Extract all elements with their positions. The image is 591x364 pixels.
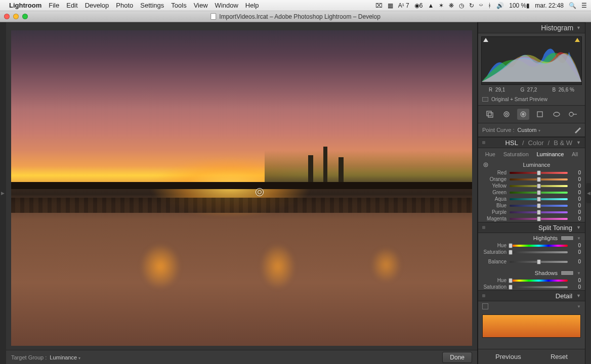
finder-status-icon[interactable]: ▦ bbox=[388, 2, 393, 9]
hsl-aqua-value[interactable]: 0 bbox=[571, 196, 581, 202]
wifi-icon[interactable]: ⌔ bbox=[479, 2, 483, 9]
menu-photo[interactable]: Photo bbox=[116, 2, 133, 9]
tab-saturation[interactable]: Saturation bbox=[501, 150, 531, 158]
histogram[interactable] bbox=[481, 36, 582, 85]
edit-point-curve-icon[interactable] bbox=[574, 126, 581, 133]
balance-slider[interactable] bbox=[510, 261, 568, 263]
targeted-adjustment-tool-icon[interactable] bbox=[482, 161, 489, 168]
spotlight-icon[interactable]: 🔍 bbox=[569, 2, 576, 9]
highlights-swatch[interactable] bbox=[561, 236, 574, 241]
target-group-value[interactable]: Luminance▾ bbox=[50, 354, 80, 360]
graduated-filter-tool[interactable] bbox=[534, 109, 546, 120]
shadows-swatch[interactable] bbox=[561, 270, 574, 276]
hsl-purple-value[interactable]: 0 bbox=[571, 209, 581, 215]
sh-sat-slider[interactable] bbox=[510, 286, 568, 288]
menu-tools[interactable]: Tools bbox=[171, 2, 186, 9]
minimize-button[interactable] bbox=[13, 14, 19, 19]
clock-text[interactable]: mar. 22:48 bbox=[535, 2, 564, 9]
menu-window[interactable]: Window bbox=[215, 2, 238, 9]
hsl-panel-header[interactable]: HSL / Color / B & W ▼ bbox=[478, 137, 585, 148]
chevron-down-icon[interactable]: ▼ bbox=[577, 271, 581, 276]
chevron-down-icon[interactable]: ▼ bbox=[577, 304, 581, 309]
menu-help[interactable]: Help bbox=[245, 2, 259, 9]
crop-tool[interactable] bbox=[484, 109, 496, 120]
spot-removal-tool[interactable] bbox=[500, 109, 513, 120]
zoom-button[interactable] bbox=[22, 14, 28, 19]
detail-header[interactable]: Detail ▼ bbox=[478, 290, 585, 301]
hsl-yellow-slider[interactable] bbox=[510, 185, 568, 187]
hsl-aqua-slider[interactable] bbox=[510, 198, 568, 200]
hsl-orange-value[interactable]: 0 bbox=[571, 176, 581, 182]
menu-file[interactable]: File bbox=[49, 2, 59, 9]
hsl-aqua-label: Aqua bbox=[482, 196, 506, 202]
menu-view[interactable]: View bbox=[194, 2, 208, 9]
right-panel-toggle[interactable]: ◀ bbox=[586, 183, 591, 203]
hsl-blue-slider[interactable] bbox=[510, 205, 568, 207]
adjustment-brush-tool[interactable] bbox=[567, 109, 579, 120]
hsl-green-slider[interactable] bbox=[510, 192, 568, 194]
hi-hue-value[interactable]: 0 bbox=[571, 243, 581, 248]
histogram-header[interactable]: Histogram▼ bbox=[478, 22, 585, 33]
target-adjustment-cursor[interactable] bbox=[256, 188, 264, 196]
battery-status[interactable]: 100 % ▮ bbox=[509, 2, 530, 9]
hsl-red-value[interactable]: 0 bbox=[571, 170, 581, 175]
sh-hue-label: Hue bbox=[482, 278, 506, 283]
app-menu[interactable]: Lightroom bbox=[9, 2, 41, 9]
menu-develop[interactable]: Develop bbox=[85, 2, 109, 9]
screen-icon[interactable]: ⌧ bbox=[375, 2, 383, 9]
sh-hue-slider[interactable] bbox=[510, 280, 568, 282]
shadows-label: Shadows bbox=[482, 270, 558, 276]
hsl-green-value[interactable]: 0 bbox=[571, 190, 581, 195]
tab-hue[interactable]: Hue bbox=[483, 150, 497, 158]
hsl-red-slider[interactable] bbox=[510, 172, 568, 174]
menu-edit[interactable]: Edit bbox=[66, 2, 77, 9]
preview-mode-label: Original + Smart Preview bbox=[491, 97, 547, 102]
left-panel-toggle[interactable]: ▶ bbox=[0, 183, 5, 203]
notification-center-icon[interactable]: ☰ bbox=[581, 2, 587, 9]
detail-zoom-area-icon[interactable] bbox=[482, 303, 488, 309]
sync-icon[interactable]: ✶ bbox=[439, 2, 444, 9]
previous-button[interactable]: Previous bbox=[495, 353, 521, 360]
hi-sat-value[interactable]: 0 bbox=[571, 249, 581, 255]
hsl-yellow-value[interactable]: 0 bbox=[571, 183, 581, 189]
hsl-orange-slider[interactable] bbox=[510, 178, 568, 180]
hsl-mode-hsl[interactable]: HSL bbox=[505, 139, 518, 147]
radial-filter-tool[interactable] bbox=[551, 109, 563, 120]
redeye-tool[interactable] bbox=[517, 109, 529, 120]
balance-value[interactable]: 0 bbox=[571, 259, 581, 264]
sh-hue-value[interactable]: 0 bbox=[571, 278, 581, 283]
clock-icon[interactable]: ◷ bbox=[459, 2, 464, 9]
status-badge-1[interactable]: A¹ 7 bbox=[398, 2, 409, 9]
hsl-magenta-slider[interactable] bbox=[510, 218, 568, 220]
hsl-mode-bw[interactable]: B & W bbox=[554, 139, 572, 147]
window-titlebar: ImportVideos.lrcat – Adobe Photoshop Lig… bbox=[0, 11, 591, 22]
status-badge-2[interactable]: ◉ 6 bbox=[414, 2, 423, 9]
hsl-mode-color[interactable]: Color bbox=[528, 139, 544, 147]
chevron-down-icon[interactable]: ▼ bbox=[577, 236, 581, 241]
split-toning-header[interactable]: Split Toning ▼ bbox=[478, 222, 585, 233]
bluetooth-icon[interactable]: ᚼ bbox=[488, 2, 491, 9]
svg-rect-6 bbox=[537, 112, 542, 117]
done-button[interactable]: Done bbox=[442, 352, 472, 363]
tab-luminance[interactable]: Luminance bbox=[534, 150, 566, 158]
cloud-icon[interactable]: ▲ bbox=[428, 2, 434, 9]
svg-point-10 bbox=[485, 164, 487, 166]
tab-all[interactable]: All bbox=[570, 150, 580, 158]
reset-button[interactable]: Reset bbox=[551, 353, 568, 360]
hsl-purple-slider[interactable] bbox=[510, 211, 568, 213]
evernote-icon[interactable]: ❋ bbox=[449, 2, 454, 9]
hi-sat-slider[interactable] bbox=[510, 251, 568, 253]
develop-right-panel: Histogram▼ R 29,1 G 27,2 B 26,6 % Origin… bbox=[478, 22, 585, 364]
volume-icon[interactable]: 🔊 bbox=[496, 2, 504, 9]
hi-hue-slider[interactable] bbox=[510, 245, 568, 247]
point-curve-value[interactable]: Custom ▾ bbox=[518, 127, 540, 133]
hsl-magenta-value[interactable]: 0 bbox=[571, 216, 581, 221]
timemachine-icon[interactable]: ↻ bbox=[469, 2, 474, 9]
svg-rect-0 bbox=[487, 111, 491, 116]
menu-settings[interactable]: Settings bbox=[140, 2, 164, 9]
sh-sat-value[interactable]: 0 bbox=[571, 284, 581, 290]
close-button[interactable] bbox=[4, 14, 10, 19]
hsl-blue-value[interactable]: 0 bbox=[571, 203, 581, 208]
preview-image[interactable] bbox=[11, 30, 472, 346]
detail-preview[interactable] bbox=[482, 314, 581, 338]
